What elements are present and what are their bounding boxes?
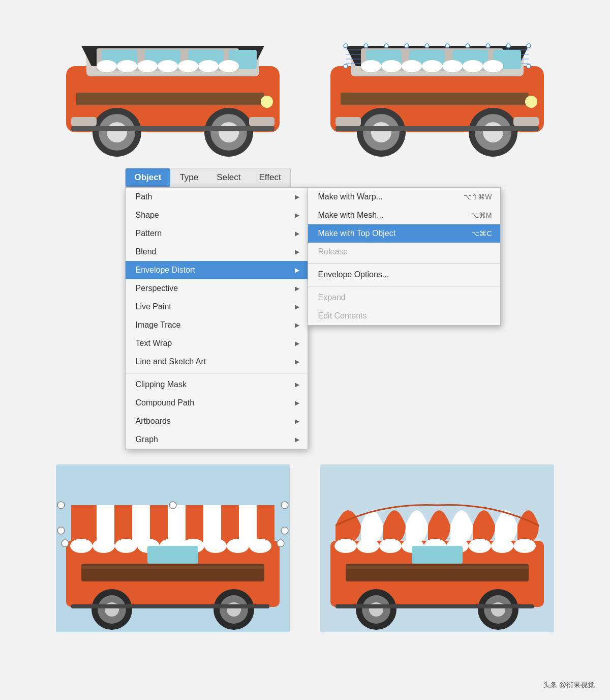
menu-item-shape-label: Shape [136, 211, 159, 220]
menu-arrow-line-sketch: ▶ [295, 358, 299, 365]
svg-rect-116 [147, 546, 198, 564]
menu-arrow-perspective: ▶ [295, 285, 299, 292]
menu-item-envelope-distort-label: Envelope Distort [136, 266, 195, 275]
menu-arrow-compound-path: ▶ [295, 399, 299, 406]
submenu-item-envelope-options[interactable]: Envelope Options... [308, 266, 500, 284]
svg-point-68 [402, 60, 422, 72]
menu-arrow-path: ▶ [295, 193, 299, 200]
menu-bar-effect[interactable]: Effect [250, 168, 290, 187]
menu-arrow-envelope-distort: ▶ [295, 267, 299, 274]
menu-bar-select[interactable]: Select [207, 168, 250, 187]
menu-arrow-artboards: ▶ [295, 418, 299, 425]
menu-item-image-trace-label: Image Trace [136, 320, 181, 330]
menu-item-artboards[interactable]: Artboards ▶ [126, 412, 308, 430]
svg-point-10 [137, 60, 158, 72]
menu-item-compound-path[interactable]: Compound Path ▶ [126, 394, 308, 412]
menu-bar-object[interactable]: Object [126, 168, 171, 187]
svg-rect-115 [81, 566, 264, 569]
svg-point-104 [204, 539, 227, 553]
menu-item-pattern[interactable]: Pattern ▶ [126, 224, 308, 243]
svg-point-82 [525, 96, 537, 108]
menu-item-perspective[interactable]: Perspective ▶ [126, 279, 308, 298]
svg-point-51 [344, 64, 348, 68]
svg-rect-73 [341, 93, 529, 105]
svg-rect-15 [76, 93, 264, 105]
svg-point-48 [486, 44, 490, 48]
menu-item-compound-path-label: Compound Path [136, 398, 195, 407]
svg-point-113 [277, 540, 284, 547]
menu-item-path[interactable]: Path ▶ [126, 188, 308, 206]
menu-item-clipping-mask[interactable]: Clipping Mask ▶ [126, 375, 308, 394]
menu-item-envelope-distort[interactable]: Envelope Distort ▶ [126, 261, 308, 279]
submenu-item-make-mesh[interactable]: Make with Mesh... ⌥⌘M [308, 206, 500, 224]
menu-area: Object Type Select Effect Path ▶ Shape ▶ [10, 168, 600, 449]
svg-point-132 [469, 539, 491, 553]
menu-arrow-clipping-mask: ▶ [295, 381, 299, 388]
menu-arrow-live-paint: ▶ [295, 303, 299, 310]
menu-item-live-paint[interactable]: Live Paint ▶ [126, 298, 308, 316]
menu-item-line-sketch-label: Line and Sketch Art [136, 357, 206, 366]
svg-point-45 [425, 44, 429, 48]
svg-point-105 [227, 539, 249, 553]
menu-item-graph[interactable]: Graph ▶ [126, 430, 308, 449]
svg-point-49 [506, 44, 510, 48]
submenu-shortcut-make-warp: ⌥⇧⌘W [464, 193, 492, 201]
svg-point-50 [527, 44, 531, 48]
submenu-label-make-warp: Make with Warp... [318, 192, 383, 201]
svg-point-67 [381, 60, 402, 72]
submenu-label-make-top-object: Make with Top Object [318, 229, 396, 238]
svg-point-44 [405, 44, 409, 48]
menu-bar-type[interactable]: Type [170, 168, 207, 187]
svg-point-111 [281, 502, 288, 509]
menu-item-live-paint-label: Live Paint [136, 302, 171, 311]
footer-text: 头条 @衍果视觉 [543, 681, 595, 689]
menu-item-text-wrap[interactable]: Text Wrap ▶ [126, 334, 308, 353]
menu-arrow-image-trace: ▶ [295, 322, 299, 329]
svg-point-14 [219, 60, 239, 72]
svg-point-18 [107, 122, 127, 142]
svg-point-70 [442, 60, 463, 72]
submenu-item-make-top-object[interactable]: Make with Top Object ⌥⌘C [308, 224, 500, 243]
svg-rect-22 [249, 117, 274, 126]
right-van [320, 15, 554, 158]
submenu: Make with Warp... ⌥⇧⌘W Make with Mesh...… [308, 187, 501, 326]
svg-point-11 [158, 60, 178, 72]
svg-point-126 [334, 539, 357, 553]
svg-point-47 [466, 44, 470, 48]
svg-point-100 [115, 539, 137, 553]
menu-bar: Object Type Select Effect [125, 168, 291, 187]
menu-item-clipping-mask-label: Clipping Mask [136, 380, 187, 389]
svg-point-24 [261, 96, 273, 108]
svg-point-99 [93, 539, 115, 553]
submenu-item-expand[interactable]: Expand [308, 288, 500, 307]
menu-item-line-sketch[interactable]: Line and Sketch Art ▶ [126, 353, 308, 371]
submenu-separator-2 [308, 286, 500, 286]
menu-item-image-trace[interactable]: Image Trace ▶ [126, 316, 308, 334]
submenu-label-expand: Expand [318, 293, 346, 302]
svg-point-108 [57, 527, 65, 534]
svg-rect-83 [336, 126, 539, 131]
svg-point-134 [513, 539, 536, 553]
menu-arrow-blend: ▶ [295, 248, 299, 255]
submenu-item-release[interactable]: Release [308, 243, 500, 261]
submenu-label-edit-contents: Edit Contents [318, 311, 367, 320]
menu-arrow-shape: ▶ [295, 212, 299, 219]
menu-item-shape[interactable]: Shape ▶ [126, 206, 308, 224]
menu-arrow-text-wrap: ▶ [295, 340, 299, 347]
submenu-shortcut-make-top-object: ⌥⌘C [471, 229, 492, 238]
menu-item-pattern-label: Pattern [136, 229, 162, 238]
svg-point-109 [57, 502, 65, 509]
submenu-item-edit-contents[interactable]: Edit Contents [308, 307, 500, 325]
svg-rect-137 [412, 546, 463, 564]
submenu-item-make-warp[interactable]: Make with Warp... ⌥⇧⌘W [308, 188, 500, 206]
svg-point-60 [527, 64, 531, 68]
bottom-vehicles-row [10, 464, 600, 632]
submenu-label-make-mesh: Make with Mesh... [318, 211, 384, 220]
menu-item-blend[interactable]: Blend ▶ [126, 243, 308, 261]
menu-arrow-graph: ▶ [295, 436, 299, 443]
menu-item-perspective-label: Perspective [136, 284, 178, 293]
left-van [56, 15, 290, 158]
svg-point-46 [445, 44, 449, 48]
svg-point-71 [463, 60, 483, 72]
svg-point-72 [483, 60, 503, 72]
